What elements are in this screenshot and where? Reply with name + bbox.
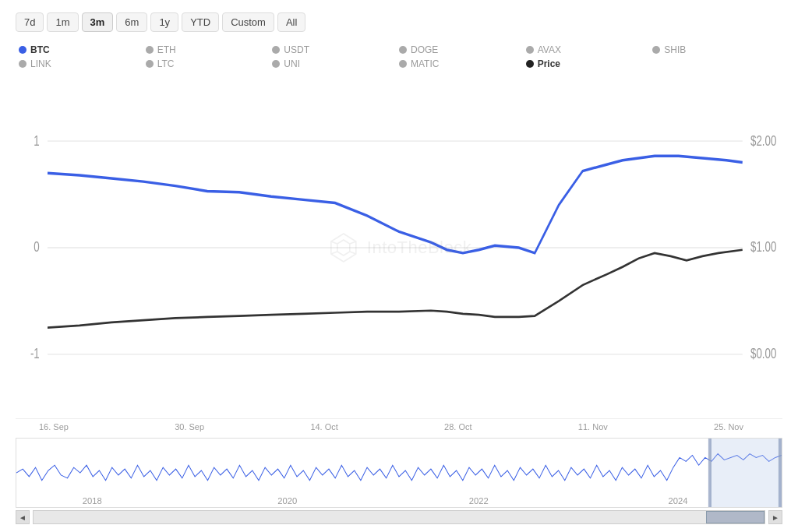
overview-svg: 2018 2020 2022 2024 — [16, 439, 782, 507]
legend-item-ltc[interactable]: LTC — [146, 58, 273, 69]
legend-item-usdt[interactable]: USDT — [272, 44, 399, 55]
main-chart-svg: 1 0 -1 $2.00 $1.00 $0.00 — [16, 77, 782, 418]
legend-label: SHIB — [664, 44, 686, 55]
legend-item-link[interactable]: LINK — [19, 58, 146, 69]
legend-label: BTC — [30, 44, 50, 55]
legend-item-empty[interactable] — [652, 58, 779, 69]
svg-text:-1: -1 — [30, 347, 40, 361]
legend: BTCETHUSDTDOGEAVAXSHIBLINKLTCUNIMATICPri… — [16, 44, 782, 69]
x-axis: 16. Sep30. Sep14. Oct28. Oct11. Nov25. N… — [16, 419, 782, 435]
scrollbar-track[interactable] — [33, 510, 765, 524]
legend-label: DOGE — [411, 44, 438, 55]
svg-text:2018: 2018 — [83, 496, 102, 506]
time-btn-custom[interactable]: Custom — [222, 12, 274, 32]
time-btn-all[interactable]: All — [277, 12, 305, 32]
legend-item-doge[interactable]: DOGE — [399, 44, 526, 55]
svg-text:1: 1 — [34, 133, 39, 148]
legend-item-shib[interactable]: SHIB — [652, 44, 779, 55]
scroll-left-button[interactable]: ◄ — [16, 510, 30, 524]
x-label: 14. Oct — [310, 422, 337, 432]
scrollbar-row: ◄ ► — [16, 510, 782, 524]
x-label: 28. Oct — [444, 422, 471, 432]
svg-rect-15 — [779, 439, 782, 507]
legend-item-matic[interactable]: MATIC — [399, 58, 526, 69]
svg-text:2022: 2022 — [469, 496, 489, 506]
svg-rect-13 — [710, 439, 782, 507]
legend-label: Price — [538, 58, 560, 69]
legend-item-avax[interactable]: AVAX — [526, 44, 653, 55]
legend-item-eth[interactable]: ETH — [146, 44, 273, 55]
legend-dot — [526, 60, 534, 68]
time-btn-7d[interactable]: 7d — [16, 12, 44, 32]
svg-text:$1.00: $1.00 — [750, 240, 777, 255]
legend-dot — [652, 46, 660, 54]
time-btn-1y[interactable]: 1y — [150, 12, 178, 32]
legend-dot — [526, 46, 534, 54]
legend-item-price[interactable]: Price — [526, 58, 653, 69]
legend-item-btc[interactable]: BTC — [19, 44, 146, 55]
x-label: 11. Nov — [578, 422, 608, 432]
x-label: 30. Sep — [175, 422, 204, 432]
chart-body: IntoTheBlock 1 0 -1 $2.00 $1.00 $0.00 — [16, 77, 782, 419]
svg-text:2020: 2020 — [277, 496, 297, 506]
legend-label: AVAX — [538, 44, 561, 55]
time-btn-6m[interactable]: 6m — [116, 12, 147, 32]
legend-label: MATIC — [411, 58, 439, 69]
scroll-right-button[interactable]: ► — [768, 510, 782, 524]
legend-dot — [19, 46, 26, 54]
legend-dot — [146, 60, 154, 68]
time-range-bar: 7d1m3m6m1yYTDCustomAll — [16, 12, 782, 32]
svg-text:$0.00: $0.00 — [750, 347, 777, 361]
legend-dot — [399, 46, 407, 54]
legend-label: ETH — [157, 44, 176, 55]
main-chart: IntoTheBlock 1 0 -1 $2.00 $1.00 $0.00 — [16, 77, 782, 435]
time-btn-3m[interactable]: 3m — [82, 12, 114, 32]
scrollbar-thumb[interactable] — [706, 511, 764, 523]
main-container: 7d1m3m6m1yYTDCustomAll BTCETHUSDTDOGEAVA… — [0, 0, 798, 532]
svg-rect-14 — [708, 439, 711, 507]
legend-label: LTC — [157, 58, 175, 69]
svg-text:2024: 2024 — [669, 496, 688, 506]
legend-label: LINK — [30, 58, 51, 69]
legend-dot — [399, 60, 407, 68]
overview-chart[interactable]: 2018 2020 2022 2024 — [16, 438, 782, 508]
legend-item-uni[interactable]: UNI — [272, 58, 399, 69]
time-btn-ytd[interactable]: YTD — [182, 12, 219, 32]
legend-dot — [146, 46, 154, 54]
x-label: 25. Nov — [714, 422, 743, 432]
legend-label: UNI — [284, 58, 300, 69]
x-label: 16. Sep — [39, 422, 69, 432]
svg-text:0: 0 — [34, 240, 40, 255]
time-btn-1m[interactable]: 1m — [47, 12, 78, 32]
svg-text:$2.00: $2.00 — [750, 133, 777, 148]
legend-dot — [272, 60, 280, 68]
legend-dot — [19, 60, 26, 68]
legend-label: USDT — [284, 44, 309, 55]
legend-dot — [272, 46, 280, 54]
